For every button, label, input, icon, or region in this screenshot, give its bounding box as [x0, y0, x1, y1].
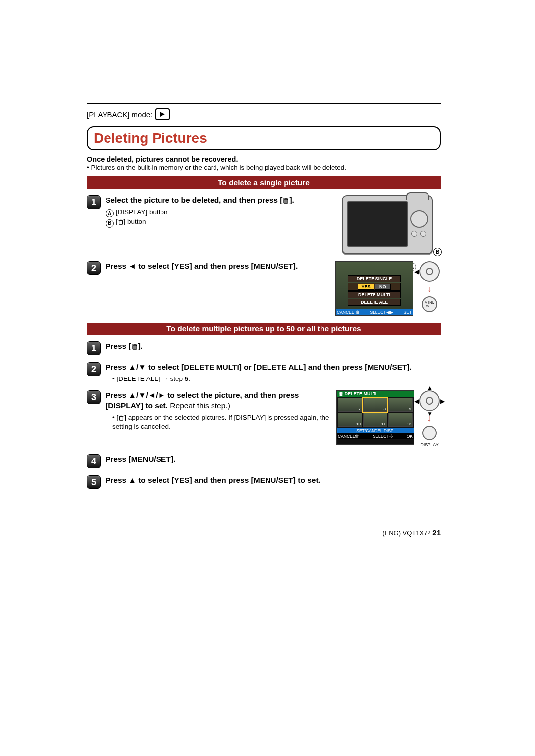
multi-step1-text: Press []. [106, 341, 441, 352]
t: 8 [384, 407, 386, 411]
t: ]. [289, 196, 294, 204]
step-number-icon: 3 [87, 390, 101, 404]
t: SELECT [373, 434, 389, 439]
multi-step3-text: Press ▲/▼/◄/► to select the picture, and… [106, 390, 332, 411]
mode-label: [PLAYBACK] mode: [87, 110, 152, 119]
page-title: Deleting Pictures [94, 130, 434, 146]
footer-code: (ENG) VQT1X72 [382, 529, 431, 537]
multi-step-3: 3 Press ▲/▼/◄/► to select the picture, a… [87, 390, 441, 447]
single-step1-text: Select the picture to be deleted, and th… [106, 195, 337, 206]
callout-a-icon: A [106, 209, 114, 217]
t: • [DELETE ALL] → step [112, 375, 185, 382]
multi-step3-sub: • [] appears on the selected pictures. I… [112, 413, 332, 431]
single-step-2: 2 Press ◄ to select [YES] and then press… [87, 261, 441, 316]
navpad-4way-illustration: ◀ ▶ ▲ ▼ ↓ DISPLAY [418, 390, 441, 447]
t: DELETE MULTI [345, 391, 377, 396]
title-frame: Deleting Pictures [87, 126, 441, 150]
svg-marker-0 [160, 112, 165, 117]
playback-icon [155, 108, 170, 120]
t: SET [403, 310, 412, 315]
t: 12 [407, 422, 411, 426]
page-number: 21 [432, 528, 441, 537]
multi-step2-text: Press ▲/▼ to select [DELETE MULTI] or [D… [106, 362, 441, 373]
t: [DISPLAY] button [116, 208, 168, 216]
multi-step5-text: Press ▲ to select [YES] and then press [… [106, 475, 441, 486]
svg-rect-17 [119, 416, 124, 417]
multi-step4-text: Press [MENU/SET]. [106, 454, 441, 465]
step-number-icon: 2 [87, 362, 101, 376]
screen-delete-multi: 🗑 DELETE MULTI 7 8 9 10 11 12 SET/CANCEL… [336, 390, 414, 445]
t: 10 [356, 422, 361, 426]
left-arrow-icon: ◀ [414, 269, 419, 275]
single-step1-sub: A [DISPLAY] button B [] button [106, 208, 337, 228]
up-arrow-icon: ▲ [427, 384, 433, 391]
callout-b-marker: B [433, 248, 442, 256]
step-number-icon: 5 [87, 475, 101, 489]
warning-text: Once deleted, pictures cannot be recover… [87, 155, 441, 163]
navpad-illustration: ◀ ↓ MENU /SET [418, 261, 441, 312]
t: 9 [409, 407, 411, 411]
svg-rect-2 [283, 199, 288, 200]
trash-mark-icon [118, 415, 124, 421]
t: CANCEL [337, 310, 354, 315]
display-label: DISPLAY [420, 442, 438, 447]
svg-rect-18 [121, 416, 122, 416]
step-number-icon: 1 [87, 341, 101, 355]
page-footer: (ENG) VQT1X72 21 [382, 528, 441, 537]
t: SELECT [370, 310, 386, 315]
step-number-icon: 2 [87, 261, 101, 275]
t: 11 [381, 422, 386, 426]
t: 7 [359, 407, 361, 411]
t: . [188, 375, 190, 382]
t: Press [ [106, 342, 131, 350]
multi-step-1: 1 Press []. [87, 341, 441, 355]
single-step-1: 1 Select the picture to be deleted, and … [87, 195, 441, 254]
multi-step2-sub: • [DELETE ALL] → step 5. [112, 375, 441, 383]
callout-b-icon: B [106, 219, 114, 228]
step-number-icon: 1 [87, 195, 101, 209]
single-step2-text: Press ◄ to select [YES] and then press [… [106, 261, 330, 271]
right-arrow-icon: ▶ [440, 398, 445, 405]
down-arrow-icon: ↓ [428, 284, 432, 294]
t: ] button [124, 218, 146, 225]
t: Select the picture to be deleted, and th… [106, 196, 282, 204]
svg-rect-16 [120, 417, 123, 420]
svg-rect-7 [119, 221, 122, 225]
svg-rect-11 [132, 345, 137, 346]
t: OK [407, 434, 413, 439]
t: Repeat this step.) [168, 401, 230, 410]
t: DELETE ALL [348, 299, 401, 306]
left-arrow-icon: ◀ [414, 398, 419, 405]
svg-rect-9 [120, 220, 121, 220]
camera-illustration: B A [342, 195, 441, 254]
multi-step-4: 4 Press [MENU/SET]. [87, 454, 441, 468]
note-text: • Pictures on the built-in memory or the… [87, 164, 441, 171]
down-arrow-icon: ▼ [427, 410, 433, 417]
t: NO [375, 284, 391, 290]
t: CANCEL [338, 434, 355, 439]
t: SET/CANCEL DISP. [337, 428, 414, 433]
top-rule [87, 103, 441, 104]
t: ] appears on the selected pictures. If [… [112, 414, 329, 430]
section-single-header: To delete a single picture [87, 176, 441, 189]
menu-set-button-icon: MENU /SET [422, 296, 437, 312]
t: DELETE MULTI [348, 291, 401, 298]
t: YES [358, 284, 374, 290]
svg-rect-12 [134, 344, 136, 345]
display-button-icon [422, 426, 437, 440]
step-number-icon: 4 [87, 454, 101, 468]
t: • [ [112, 414, 118, 421]
multi-step-2: 2 Press ▲/▼ to select [DELETE MULTI] or … [87, 362, 441, 383]
trash-icon [118, 219, 124, 225]
multi-step-5: 5 Press ▲ to select [YES] and then press… [87, 475, 441, 489]
trash-icon [282, 197, 289, 204]
mode-row: [PLAYBACK] mode: [87, 108, 441, 120]
page-content: [PLAYBACK] mode: Deleting Pictures Once … [87, 103, 441, 496]
svg-rect-3 [285, 198, 287, 199]
svg-rect-8 [118, 221, 123, 221]
screen-delete-single: DELETE SINGLE YES NO DELETE MULTI DELETE… [335, 261, 413, 316]
section-multi-header: To delete multiple pictures up to 50 or … [87, 323, 441, 335]
t: DELETE SINGLE [348, 275, 401, 282]
t: ]. [138, 342, 143, 350]
trash-icon [131, 343, 138, 350]
